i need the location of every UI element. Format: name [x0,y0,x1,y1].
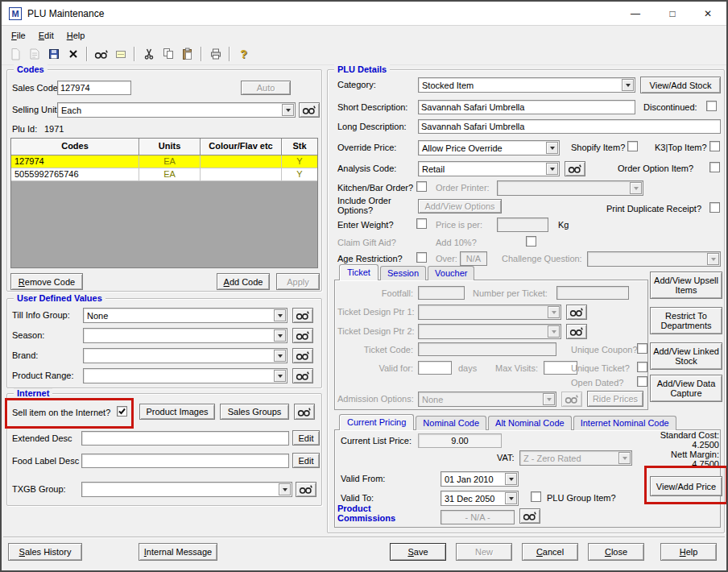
print-duplicate-receipt-checkbox[interactable] [709,202,720,213]
override-price-select[interactable]: Allow Price Override [418,140,560,155]
valid-for-input[interactable] [418,361,452,375]
chevron-down-icon[interactable] [274,309,286,321]
find-sales-groups-button[interactable] [294,404,315,420]
tab-ticket[interactable]: Ticket [339,264,378,280]
cancel-button[interactable]: Cancel [522,543,578,561]
add-view-upsell-items-button[interactable]: Add/View Upsell Items [650,271,722,299]
sales-code-input[interactable] [57,81,131,95]
tab-session[interactable]: Session [380,266,426,280]
product-range-select[interactable] [83,368,287,383]
copy-icon[interactable] [159,45,177,63]
age-restriction-checkbox[interactable] [416,252,427,263]
add-view-options-button[interactable]: Add/View Options [418,199,502,213]
find-ticket-design-ptr2-button[interactable] [566,324,587,339]
vat-select[interactable]: Z - Zero Rated [519,450,632,466]
view-add-price-button[interactable]: View/Add Price [650,476,722,496]
edit-extended-desc-button[interactable]: Edit [292,430,320,446]
kitchen-bar-order-checkbox[interactable] [416,181,427,192]
minimize-button[interactable]: — [618,2,652,26]
number-per-ticket-input[interactable] [556,286,629,300]
long-description-input[interactable] [418,119,721,134]
unique-ticket-checkbox[interactable] [637,362,647,372]
restrict-to-departments-button[interactable]: Restrict To Departments [650,307,722,334]
tab-alt-nominal-code[interactable]: Alt Nominal Code [488,416,572,430]
find-ticket-design-ptr1-button[interactable] [566,305,587,320]
till-info-group-select[interactable]: None [83,308,287,323]
order-printer-select[interactable] [497,180,643,196]
internal-message-button[interactable]: Internal Message [139,543,217,561]
maximize-button[interactable]: □ [656,2,689,26]
tab-nominal-code[interactable]: Nominal Code [416,416,486,430]
menu-help[interactable]: Help [60,28,92,43]
add-view-data-capture-button[interactable]: Add/View Data Capture [650,375,722,402]
find-analysis-code-button[interactable] [565,161,585,176]
auto-button[interactable]: Auto [241,81,291,95]
table-row-selected[interactable]: 127974 EA Y [11,155,317,168]
cut-icon[interactable] [139,45,158,63]
delete-icon[interactable] [64,45,82,63]
current-list-price-input[interactable]: 9.00 [418,433,502,448]
paste-icon[interactable] [178,45,196,63]
brand-select[interactable] [83,348,287,363]
product-images-button[interactable]: Product Images [139,404,215,420]
analysis-code-select[interactable]: Retail [418,161,560,176]
help-button[interactable]: Help [660,543,717,561]
extended-desc-input[interactable] [81,431,289,446]
unique-coupon-checkbox[interactable] [637,343,647,354]
challenge-question-select[interactable] [587,251,721,267]
chevron-down-icon[interactable] [274,350,286,362]
chevron-down-icon[interactable] [546,163,558,175]
chevron-down-icon[interactable] [279,483,291,495]
admission-options-select[interactable]: None [418,392,556,407]
view-add-stock-button[interactable]: View/Add Stock [640,77,721,93]
chevron-down-icon[interactable] [505,473,517,485]
chevron-down-icon[interactable] [622,79,634,91]
chevron-down-icon[interactable] [274,370,286,382]
k3-top-item-checkbox[interactable] [709,141,720,151]
order-option-item-checkbox[interactable] [709,162,720,172]
menu-edit[interactable]: Edit [32,28,60,43]
find-admission-options-button[interactable] [561,392,582,407]
close-button-footer[interactable]: Close [588,543,644,561]
tab-voucher[interactable]: Voucher [428,266,474,280]
short-description-input[interactable] [418,100,635,114]
ticket-code-input[interactable] [418,342,556,356]
category-select[interactable]: Stocked Item [418,77,635,93]
find-selling-unit-button[interactable] [299,102,320,118]
tab-current-pricing[interactable]: Current Pricing [339,414,414,430]
tab-internet-nominal-code[interactable]: Internet Nominal Code [573,416,676,430]
table-row[interactable]: 5055992765746 EA Y [11,168,317,181]
add-10-percent-checkbox[interactable] [526,236,536,247]
selling-unit-select[interactable]: Each [57,102,296,118]
footfall-input[interactable] [418,286,465,300]
txgb-group-select[interactable] [81,482,292,497]
chevron-down-icon[interactable] [274,330,286,342]
open-dated-checkbox[interactable] [637,376,647,387]
ride-prices-button[interactable]: Ride Prices [587,391,643,407]
discontinued-checkbox[interactable] [706,101,717,111]
close-button[interactable]: ✕ [691,2,725,26]
valid-from-datepicker[interactable]: 01 Jan 2010 [441,471,519,487]
remove-code-button[interactable]: Remove Code [10,273,83,290]
print-icon[interactable] [206,45,225,63]
find-till-info-button[interactable] [292,308,313,323]
chevron-down-icon[interactable] [282,104,294,116]
sales-groups-button[interactable]: Sales Groups [220,404,289,420]
shopify-item-checkbox[interactable] [627,141,638,151]
price-label-icon[interactable] [111,45,130,63]
help-icon[interactable]: ? [234,45,253,63]
apply-button[interactable]: Apply [276,273,320,290]
ticket-design-ptr1-select[interactable] [418,305,561,320]
season-select[interactable] [83,328,287,343]
sales-history-button[interactable]: Sales History [8,543,82,561]
ticket-design-ptr2-select[interactable] [418,324,561,339]
find-product-range-button[interactable] [292,368,313,383]
chevron-down-icon[interactable] [546,142,558,154]
find-brand-button[interactable] [292,348,313,363]
menu-file[interactable]: File [5,28,32,43]
enter-weight-checkbox[interactable] [416,218,427,229]
new-button[interactable]: New [456,543,512,561]
save-icon[interactable] [44,45,63,63]
sell-on-internet-checkbox[interactable] [117,406,127,417]
find-binoculars-icon[interactable] [92,45,110,63]
